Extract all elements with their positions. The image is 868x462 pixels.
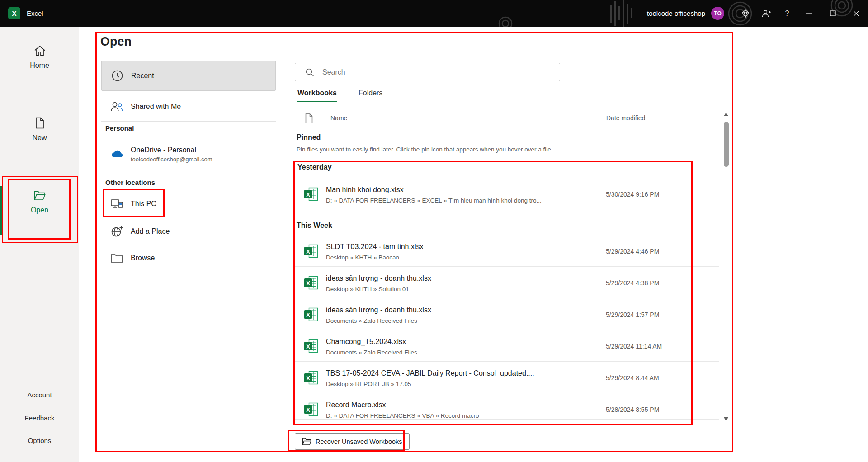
file-row[interactable]: X Man hinh khoi dong.xlsx D: » DATA FOR … (293, 178, 719, 216)
location-label: OneDrive - Personal (131, 146, 212, 154)
folder-icon (109, 251, 124, 266)
sidebar-item-home[interactable]: Home (0, 44, 79, 70)
file-row[interactable]: X ideas sản lượng - doanh thu.xlsx Docum… (293, 298, 719, 330)
location-label: Recent (131, 72, 154, 80)
globe-plus-icon (109, 224, 124, 239)
minimize-button[interactable] (797, 0, 821, 27)
this-pc-icon (109, 197, 124, 212)
home-icon (33, 44, 47, 57)
excel-logo-icon: X (8, 7, 20, 19)
file-row[interactable]: X TBS 17-05-2024 CEVA - JABIL Daily Repo… (293, 362, 719, 393)
file-date: 5/29/2024 4:46 PM (606, 248, 659, 255)
help-icon[interactable]: ? (777, 0, 797, 27)
account-name[interactable]: toolcode officeshop (647, 9, 705, 17)
location-onedrive[interactable]: OneDrive - Personal toolcodeofficeshop@g… (101, 138, 276, 170)
gem-icon[interactable] (735, 0, 756, 27)
excel-file-icon: X (304, 402, 319, 417)
sidebar-item-new[interactable]: New (0, 116, 79, 142)
scroll-up-arrow[interactable] (724, 113, 728, 116)
file-name: SLDT T03.2024 - tam tinh.xlsx (326, 241, 424, 252)
scrollbar-thumb[interactable] (724, 122, 729, 167)
svg-text:X: X (306, 343, 310, 350)
personal-section-header: Personal (105, 124, 134, 132)
file-name: ideas sản lượng - doanh thu.xlsx (326, 273, 431, 284)
file-row[interactable]: X Record Macro.xlsx D: » DATA FOR FREELA… (293, 393, 719, 420)
titlebar: X Excel toolcode officeshop TO ? (0, 0, 868, 27)
yesterday-section-header: Yesterday (297, 163, 332, 171)
divider (101, 175, 276, 175)
file-date: 5/29/2024 11:14 AM (606, 343, 662, 350)
sidebar-item-options[interactable]: Options (0, 437, 79, 444)
location-label: Add a Place (131, 227, 170, 236)
app-title: Excel (27, 9, 43, 17)
location-shared-with-me[interactable]: Shared with Me (101, 94, 276, 120)
onedrive-email: toolcodeofficeshop@gmail.com (131, 156, 212, 163)
svg-text:X: X (306, 375, 310, 382)
file-date: 5/28/2024 8:55 PM (606, 406, 659, 413)
this-week-section-header: This Week (297, 222, 332, 230)
other-locations-header: Other locations (105, 179, 155, 186)
maximize-button[interactable] (821, 0, 844, 27)
pinned-section-header: Pinned (297, 133, 321, 141)
location-add-a-place[interactable]: Add a Place (101, 219, 276, 244)
pinned-description: Pin files you want to easily find later.… (297, 146, 553, 153)
excel-window: X Excel toolcode officeshop TO ? (0, 0, 868, 462)
open-backstage-page: Open Recent Shared with Me Personal OneD… (79, 27, 868, 462)
file-row[interactable]: X ideas sản lượng - doanh thu.xlsx Deskt… (293, 267, 719, 298)
scroll-down-arrow[interactable] (724, 417, 728, 421)
svg-text:X: X (306, 191, 310, 198)
file-date: 5/29/2024 8:44 AM (606, 374, 659, 382)
svg-text:X: X (306, 311, 310, 318)
file-name: Record Macro.xlsx (326, 400, 479, 410)
new-document-icon (33, 116, 47, 130)
search-input[interactable] (322, 68, 560, 76)
divider (101, 121, 276, 122)
file-path: Desktop » REPORT JB » 17.05 (326, 379, 534, 390)
tab-folders[interactable]: Folders (359, 89, 382, 101)
file-name: Chamcong_T5.2024.xlsx (326, 336, 417, 347)
file-path: Documents » Zalo Received Files (326, 347, 417, 358)
tab-workbooks[interactable]: Workbooks (297, 89, 337, 102)
file-path: Desktop » KHTH » Solution 01 (326, 284, 431, 295)
sidebar-item-account[interactable]: Account (0, 391, 79, 399)
file-row[interactable]: X Chamcong_T5.2024.xlsx Documents » Zalo… (293, 330, 719, 362)
column-header-name[interactable]: Name (330, 114, 347, 122)
search-box[interactable] (295, 63, 560, 81)
file-path: Documents » Zalo Received Files (326, 316, 431, 326)
people-icon (109, 99, 124, 114)
recover-unsaved-workbooks-button[interactable]: Recover Unsaved Workbooks (295, 433, 410, 450)
file-name: Man hinh khoi dong.xlsx (326, 184, 542, 195)
excel-file-icon: X (304, 187, 319, 202)
sidebar-item-open[interactable]: Open (0, 189, 79, 214)
location-this-pc[interactable]: This PC (101, 191, 276, 217)
excel-file-icon: X (304, 370, 319, 385)
file-path: Desktop » KHTH » Baocao (326, 252, 424, 263)
excel-file-icon: X (304, 275, 319, 290)
document-column-icon (304, 113, 313, 124)
close-button[interactable] (844, 0, 868, 27)
contact-icon[interactable] (756, 0, 777, 27)
file-path: D: » DATA FOR FREELANCERS » EXCEL » Tìm … (326, 195, 542, 206)
location-label: Browse (131, 254, 155, 262)
location-label: Shared with Me (131, 103, 181, 111)
sidebar-item-feedback[interactable]: Feedback (0, 414, 79, 422)
location-recent[interactable]: Recent (101, 61, 276, 91)
svg-text:X: X (306, 248, 310, 255)
onedrive-cloud-icon (109, 147, 124, 162)
column-header-date-modified[interactable]: Date modified (606, 114, 645, 122)
file-path: D: » DATA FOR FREELANCERS » VBA » Record… (326, 410, 479, 421)
location-label: This PC (131, 200, 156, 208)
file-date: 5/30/2024 9:16 PM (606, 191, 659, 198)
scrollbar (723, 111, 730, 423)
file-date: 5/29/2024 1:57 PM (606, 311, 659, 318)
file-name: ideas sản lượng - doanh thu.xlsx (326, 305, 431, 316)
svg-text:X: X (306, 280, 310, 287)
file-row[interactable]: X SLDT T03.2024 - tam tinh.xlsx Desktop … (293, 235, 719, 267)
avatar[interactable]: TO (711, 7, 724, 20)
search-icon (305, 68, 314, 77)
excel-file-icon: X (304, 244, 319, 259)
location-browse[interactable]: Browse (101, 245, 276, 271)
file-date: 5/29/2024 4:38 PM (606, 279, 659, 287)
svg-text:X: X (306, 406, 310, 413)
sidebar-item-label: New (32, 134, 47, 142)
